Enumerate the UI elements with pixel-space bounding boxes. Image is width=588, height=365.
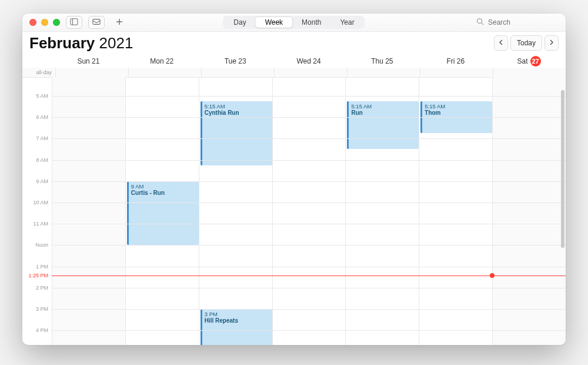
allday-tue[interactable] <box>201 68 274 77</box>
weekday-label: Wed 24 <box>296 57 320 65</box>
current-time-line <box>52 276 566 276</box>
month-header: February 2021 Today <box>22 31 566 55</box>
week-grid[interactable]: 5 AM6 AM7 AM8 AM9 AM10 AM11 AMNoon1 PM2 … <box>22 77 566 345</box>
allday-thu[interactable] <box>347 68 420 77</box>
time-gutter: 5 AM6 AM7 AM8 AM9 AM10 AM11 AMNoon1 PM2 … <box>22 77 52 345</box>
plus-icon <box>115 18 123 27</box>
chevron-left-icon <box>499 39 503 47</box>
allday-fri[interactable] <box>420 68 493 77</box>
hour-line <box>52 224 566 224</box>
today-button[interactable]: Today <box>510 35 542 51</box>
calendar-window: Day Week Month Year February 2021 <box>22 14 566 345</box>
view-year[interactable]: Year <box>330 17 363 28</box>
zoom-window-button[interactable] <box>53 19 60 26</box>
year: 2021 <box>99 34 133 52</box>
weekday-label: Mon 22 <box>150 57 173 65</box>
allday-wed[interactable] <box>274 68 347 77</box>
event-title: Cynthia Run <box>205 110 270 117</box>
search-input[interactable] <box>487 18 554 27</box>
calendar-list-icon <box>70 18 78 27</box>
view-month[interactable]: Month <box>292 17 330 28</box>
weekday-mon: Mon 22 <box>125 55 199 68</box>
hour-line <box>52 203 566 203</box>
event-time: 5:15 AM <box>351 103 416 110</box>
event-time: 5:15 AM <box>425 103 490 110</box>
event[interactable]: 5:15 AMCynthia Run <box>201 101 272 165</box>
hour-label: 6 AM <box>36 114 48 120</box>
allday-sat[interactable] <box>493 68 566 77</box>
inbox-button[interactable] <box>88 16 105 29</box>
view-week[interactable]: Week <box>256 17 292 28</box>
weekday-thu: Thu 25 <box>345 55 419 68</box>
hour-label: 7 AM <box>36 135 48 141</box>
hour-label: 4 PM <box>36 327 48 333</box>
hour-line <box>52 117 566 118</box>
event-time: 9 AM <box>131 183 196 190</box>
add-event-button[interactable] <box>112 16 127 28</box>
hour-line <box>52 288 566 288</box>
svg-rect-2 <box>93 19 100 24</box>
chevron-right-icon <box>549 39 554 47</box>
calendars-toggle-button[interactable] <box>66 16 82 29</box>
search-field[interactable] <box>476 16 559 28</box>
event-title: Run <box>351 110 416 117</box>
hour-label: 2 PM <box>36 285 48 291</box>
weekday-header: Sun 21 Mon 22 Tue 23 Wed 24 Thu 25 Fri 2… <box>22 55 566 68</box>
event[interactable]: 9 AMCurtis - Run <box>127 181 199 245</box>
svg-line-6 <box>482 23 483 25</box>
weekday-label: Sat <box>517 57 528 65</box>
current-time-dot <box>490 273 495 278</box>
event-time: 5:15 AM <box>205 103 270 110</box>
today-date-badge: 27 <box>530 56 541 67</box>
hour-line <box>52 330 566 331</box>
weekday-label: Thu 25 <box>371 57 393 65</box>
gutter-spacer <box>22 55 52 68</box>
event[interactable]: 3 PMHill Repeats <box>201 309 272 345</box>
close-window-button[interactable] <box>29 19 36 26</box>
event-title: Thom <box>425 110 490 117</box>
vertical-scrollbar[interactable] <box>561 90 564 248</box>
search-icon <box>476 18 487 27</box>
allday-label: all-day <box>22 68 55 77</box>
scrollbar-thumb[interactable] <box>561 90 564 248</box>
weekday-tue: Tue 23 <box>199 55 272 68</box>
event[interactable]: 5:15 AMRun <box>347 101 419 149</box>
hour-label: Noon <box>35 242 48 248</box>
hour-label: 5 AM <box>36 93 48 99</box>
weekday-wed: Wed 24 <box>272 55 346 68</box>
event-time: 3 PM <box>205 311 270 317</box>
hour-label: 3 PM <box>36 306 48 312</box>
event-title: Curtis - Run <box>131 190 196 197</box>
allday-sun[interactable] <box>55 68 128 77</box>
event-title: Hill Repeats <box>205 317 270 324</box>
weekday-label: Fri 26 <box>446 57 465 65</box>
hour-line <box>52 309 566 310</box>
weekday-label: Sun 21 <box>77 57 99 65</box>
prev-week-button[interactable] <box>494 35 508 51</box>
hour-label: 9 AM <box>36 178 48 184</box>
hour-line <box>52 160 566 161</box>
weekday-label: Tue 23 <box>225 57 246 65</box>
hour-line <box>52 96 566 97</box>
view-day[interactable]: Day <box>224 17 255 28</box>
hour-label: 8 AM <box>36 157 48 163</box>
allday-row: all-day <box>22 68 566 78</box>
month-title: February 2021 <box>29 34 133 52</box>
week-nav: Today <box>494 35 559 51</box>
weekday-sat: Sat 27 <box>492 55 566 68</box>
current-time-label: 1:25 PM <box>28 273 48 278</box>
svg-rect-0 <box>71 18 78 24</box>
titlebar: Day Week Month Year <box>22 14 566 32</box>
weekday-sun: Sun 21 <box>52 55 125 68</box>
weekday-fri: Fri 26 <box>419 55 492 68</box>
minimize-window-button[interactable] <box>41 19 48 26</box>
view-segmented-control: Day Week Month Year <box>223 16 365 29</box>
allday-mon[interactable] <box>128 68 201 77</box>
next-week-button[interactable] <box>544 35 559 51</box>
hour-line <box>52 181 566 182</box>
hour-line <box>52 245 566 245</box>
hour-line <box>52 267 566 267</box>
inbox-icon <box>92 18 101 27</box>
hour-label: 10 AM <box>33 200 48 205</box>
svg-point-5 <box>477 19 482 24</box>
